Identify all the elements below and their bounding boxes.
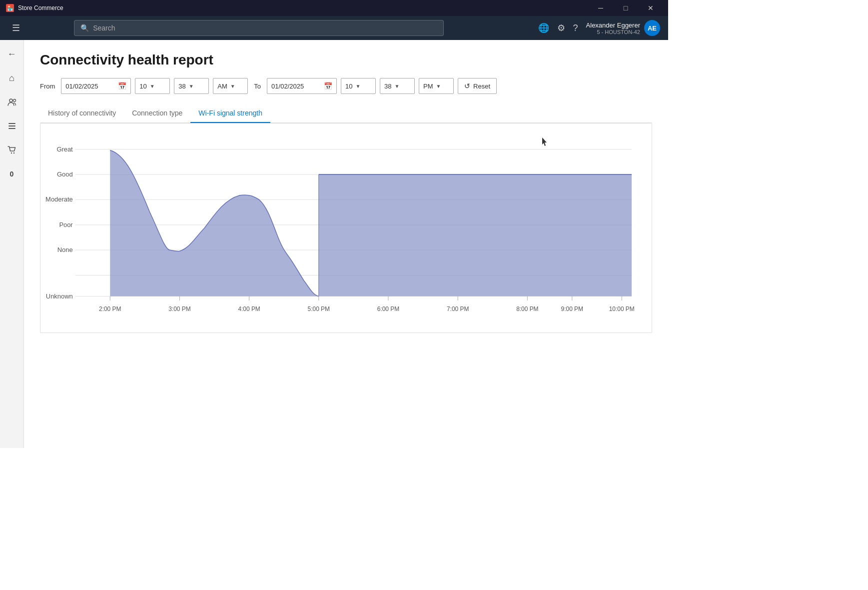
to-ampm-select[interactable]: PM ▼: [419, 78, 454, 94]
from-date-value: 01/02/2025: [65, 82, 114, 90]
svg-text:Poor: Poor: [59, 221, 73, 228]
from-label: From: [40, 82, 55, 90]
user-name: Alexander Eggerer: [586, 22, 640, 29]
page-title: Connectivity health report: [40, 52, 652, 68]
titlebar: 🏪 Store Commerce ─ □ ✕: [0, 0, 668, 16]
from-hour-value: 10: [139, 82, 146, 90]
svg-text:None: None: [57, 246, 73, 254]
app-icon: 🏪: [6, 4, 14, 12]
search-bar[interactable]: 🔍 Search: [74, 20, 444, 36]
from-hour-select[interactable]: 10 ▼: [135, 78, 170, 94]
navbar-icons: 🌐 ⚙ ? Alexander Eggerer 5 - HOUSTON-42 A…: [538, 20, 660, 36]
to-date-value: 01/02/2025: [271, 82, 320, 90]
sidebar-number: 0: [10, 170, 14, 178]
svg-text:Unknown: Unknown: [46, 292, 73, 300]
to-date-calendar-icon[interactable]: 📅: [324, 82, 332, 90]
from-date-input[interactable]: 01/02/2025 📅: [61, 78, 131, 94]
globe-icon[interactable]: 🌐: [538, 22, 549, 34]
svg-text:Good: Good: [57, 170, 73, 178]
from-minute-select[interactable]: 38 ▼: [174, 78, 209, 94]
user-info: Alexander Eggerer 5 - HOUSTON-42: [586, 22, 640, 35]
from-ampm-chevron-icon: ▼: [230, 84, 235, 89]
svg-rect-3: [8, 126, 15, 126]
svg-point-0: [9, 99, 12, 102]
svg-point-5: [10, 152, 11, 154]
to-hour-select[interactable]: 10 ▼: [341, 78, 376, 94]
svg-text:10:00 PM: 10:00 PM: [609, 306, 635, 312]
maximize-button[interactable]: □: [614, 0, 637, 16]
sidebar-item-list[interactable]: [2, 116, 22, 136]
chart-container: Great Good Moderate Poor None Unknown 2:…: [40, 123, 652, 333]
window-controls: ─ □ ✕: [589, 0, 662, 16]
to-date-input[interactable]: 01/02/2025 📅: [267, 78, 337, 94]
to-minute-value: 38: [384, 82, 391, 90]
navbar: ☰ 🔍 Search 🌐 ⚙ ? Alexander Eggerer 5 - H…: [0, 16, 668, 40]
close-button[interactable]: ✕: [639, 0, 662, 16]
from-date-calendar-icon[interactable]: 📅: [118, 82, 126, 90]
user-subtitle: 5 - HOUSTON-42: [586, 29, 640, 35]
avatar[interactable]: AE: [644, 20, 660, 36]
to-label: To: [254, 82, 261, 90]
svg-rect-4: [8, 128, 15, 129]
reset-label: Reset: [473, 82, 490, 90]
reset-icon: ↺: [464, 82, 470, 90]
datetime-row: From 01/02/2025 📅 10 ▼ 38 ▼ AM ▼ To 01/0…: [40, 78, 652, 94]
svg-text:3:00 PM: 3:00 PM: [168, 306, 190, 312]
search-placeholder: Search: [93, 24, 115, 32]
cursor: [542, 138, 548, 144]
svg-text:5:00 PM: 5:00 PM: [308, 306, 330, 312]
from-minute-value: 38: [178, 82, 185, 90]
search-icon: 🔍: [80, 24, 89, 32]
tab-wifi[interactable]: Wi-Fi signal strength: [190, 104, 270, 123]
svg-text:9:00 PM: 9:00 PM: [561, 306, 583, 312]
sidebar-item-home[interactable]: ⌂: [2, 68, 22, 88]
sidebar-item-users[interactable]: [2, 92, 22, 112]
to-ampm-value: PM: [423, 82, 433, 90]
svg-text:6:00 PM: 6:00 PM: [377, 306, 399, 312]
sidebar-item-cart[interactable]: [2, 140, 22, 160]
tabs: History of connectivity Connection type …: [40, 104, 652, 123]
hamburger-menu-button[interactable]: ☰: [8, 22, 24, 34]
svg-text:2:00 PM: 2:00 PM: [99, 306, 121, 312]
reset-button[interactable]: ↺ Reset: [458, 78, 497, 94]
svg-rect-2: [8, 123, 15, 124]
svg-rect-38: [319, 174, 632, 296]
user-menu[interactable]: Alexander Eggerer 5 - HOUSTON-42 AE: [586, 20, 660, 36]
from-minute-chevron-icon: ▼: [189, 84, 194, 89]
to-minute-chevron-icon: ▼: [395, 84, 400, 89]
to-hour-chevron-icon: ▼: [356, 84, 361, 89]
from-ampm-value: AM: [217, 82, 227, 90]
sidebar: ← ⌂ 0: [0, 40, 24, 448]
svg-text:4:00 PM: 4:00 PM: [238, 306, 260, 312]
svg-text:8:00 PM: 8:00 PM: [516, 306, 538, 312]
app-title: Store Commerce: [18, 4, 585, 12]
to-hour-value: 10: [345, 82, 352, 90]
wifi-chart: Great Good Moderate Poor None Unknown 2:…: [45, 134, 642, 322]
app-layout: ← ⌂ 0: [0, 40, 668, 448]
sidebar-item-zero[interactable]: 0: [2, 164, 22, 184]
tab-connection[interactable]: Connection type: [124, 104, 190, 123]
minimize-button[interactable]: ─: [589, 0, 612, 16]
svg-text:7:00 PM: 7:00 PM: [447, 306, 469, 312]
tab-history[interactable]: History of connectivity: [40, 104, 124, 123]
svg-text:Moderate: Moderate: [45, 196, 73, 203]
from-ampm-select[interactable]: AM ▼: [213, 78, 248, 94]
to-ampm-chevron-icon: ▼: [436, 84, 441, 89]
svg-point-6: [13, 152, 14, 154]
svg-point-1: [13, 100, 15, 102]
help-icon[interactable]: ?: [573, 23, 578, 34]
to-minute-select[interactable]: 38 ▼: [380, 78, 415, 94]
main-content: Connectivity health report From 01/02/20…: [24, 40, 668, 448]
sidebar-item-back[interactable]: ←: [2, 44, 22, 64]
from-hour-chevron-icon: ▼: [150, 84, 155, 89]
svg-text:Great: Great: [56, 145, 73, 152]
settings-icon[interactable]: ⚙: [557, 22, 565, 34]
